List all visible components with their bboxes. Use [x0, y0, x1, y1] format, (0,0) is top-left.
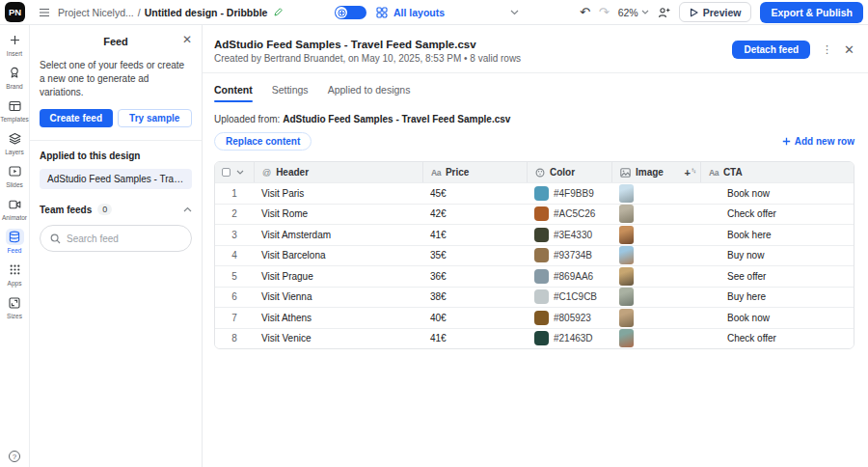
sidebar-item-insert[interactable]: Insert [0, 32, 29, 57]
row-header-cell[interactable]: Visit Venice [254, 333, 422, 343]
sidebar-item-templates[interactable]: Templates [0, 97, 29, 123]
image-thumbnail [619, 205, 634, 223]
table-row[interactable]: 6 Visit Vienna 38€ #C1C9CB Buy here [215, 287, 854, 308]
row-image-cell[interactable] [611, 226, 700, 244]
feed-panel: Feed ✕ Select one of your feeds or creat… [30, 25, 203, 467]
chevron-down-icon [510, 10, 519, 15]
select-all-checkbox[interactable] [222, 168, 231, 177]
sidebar-item-brand[interactable]: Brand [0, 65, 29, 90]
tab-settings[interactable]: Settings [272, 84, 309, 102]
row-header-cell[interactable]: Visit Athens [254, 313, 422, 323]
row-cta-cell[interactable]: Book now [719, 188, 854, 199]
hamburger-menu-icon[interactable] [39, 8, 50, 17]
row-cta-cell[interactable]: Check offer [719, 333, 854, 343]
create-feed-button[interactable]: Create feed [40, 109, 113, 127]
column-cta[interactable]: CTA [723, 167, 743, 178]
invite-user-icon[interactable] [658, 7, 670, 18]
close-icon[interactable]: ✕ [182, 34, 192, 45]
row-price-cell[interactable]: 40€ [422, 313, 527, 323]
try-sample-button[interactable]: Try sample [118, 109, 193, 127]
column-price[interactable]: Price [446, 167, 469, 178]
export-publish-button[interactable]: Export & Publish [760, 2, 863, 23]
rename-edit-icon[interactable] [273, 7, 284, 17]
row-color-cell[interactable]: #4F9BB9 [527, 186, 611, 201]
app-logo[interactable]: PN [5, 2, 25, 22]
detach-feed-button[interactable]: Detach feed [732, 41, 810, 59]
row-color-cell[interactable]: #21463D [527, 331, 611, 345]
row-price-cell[interactable]: 38€ [422, 291, 527, 302]
table-row[interactable]: 3 Visit Amsterdam 41€ #3E4330 Book here [215, 224, 854, 245]
feed-detail-view: AdStudio Feed Samples - Travel Feed Samp… [203, 25, 868, 467]
sidebar-item-sizes[interactable]: Sizes [0, 294, 29, 319]
sidebar-item-apps[interactable]: Apps [0, 261, 29, 287]
applied-feed-item[interactable]: AdStudio Feed Samples - Travel F... [40, 169, 192, 189]
layout-view-toggle[interactable] [335, 6, 366, 19]
undo-icon[interactable]: ↶ [580, 6, 590, 18]
row-image-cell[interactable] [611, 246, 700, 264]
sidebar-item-feed[interactable]: Feed [0, 229, 29, 254]
row-header-cell[interactable]: Visit Amsterdam [254, 230, 422, 240]
row-price-cell[interactable]: 45€ [422, 188, 527, 199]
row-color-cell[interactable]: #869AA6 [527, 269, 611, 284]
row-price-cell[interactable]: 42€ [422, 208, 527, 219]
add-new-row-button[interactable]: Add new row [782, 136, 854, 147]
zoom-level-dropdown[interactable]: 62% [618, 7, 649, 18]
table-row[interactable]: 4 Visit Barcelona 35€ #93734B Buy now [215, 245, 854, 266]
row-cta-cell[interactable]: Buy here [719, 291, 854, 302]
row-price-cell[interactable]: 35€ [422, 250, 527, 261]
breadcrumb-design-name[interactable]: Untitled design - Dribbble [145, 7, 268, 18]
row-image-cell[interactable] [611, 205, 700, 223]
more-options-icon[interactable]: ⋮ [822, 44, 832, 55]
row-color-cell[interactable]: #AC5C26 [527, 206, 611, 221]
row-cta-cell[interactable]: Buy now [719, 250, 854, 261]
row-cta-cell[interactable]: Book here [719, 230, 854, 240]
table-row[interactable]: 2 Visit Rome 42€ #AC5C26 Check offer [215, 204, 854, 225]
row-header-cell[interactable]: Visit Barcelona [254, 250, 422, 261]
row-image-cell[interactable] [611, 267, 700, 286]
column-header[interactable]: Header [276, 167, 309, 178]
row-color-cell[interactable]: #3E4330 [527, 228, 611, 242]
sidebar-item-layers[interactable]: Layers [0, 130, 29, 155]
replace-content-button[interactable]: Replace content [214, 132, 312, 151]
tab-applied-to-designs[interactable]: Applied to designs [328, 84, 411, 102]
chevron-up-icon[interactable] [183, 206, 192, 212]
table-row[interactable]: 5 Visit Prague 36€ #869AA6 See offer [215, 265, 854, 287]
row-image-cell[interactable] [611, 329, 700, 347]
help-icon[interactable]: ? [9, 451, 20, 462]
close-icon[interactable]: ✕ [844, 43, 854, 56]
zoom-level-value: 62% [618, 7, 638, 18]
search-feed-input[interactable] [67, 234, 181, 244]
row-header-cell[interactable]: Visit Paris [254, 188, 422, 199]
sidebar-item-slides[interactable]: Slides [0, 163, 29, 188]
row-image-cell[interactable] [611, 184, 700, 203]
row-number: 8 [215, 333, 254, 343]
row-header-cell[interactable]: Visit Vienna [254, 291, 422, 302]
row-color-cell[interactable]: #93734B [527, 248, 611, 262]
sidebar-item-animator[interactable]: Animator [0, 196, 29, 221]
row-header-cell[interactable]: Visit Rome [254, 208, 422, 219]
chevron-down-icon[interactable] [236, 170, 244, 175]
column-image[interactable]: Image [636, 167, 664, 178]
row-image-cell[interactable] [611, 288, 700, 306]
all-layouts-dropdown[interactable]: All layouts [376, 7, 519, 18]
row-cta-cell[interactable]: Book now [719, 313, 854, 323]
table-row[interactable]: 7 Visit Athens 40€ #805923 Book now [215, 307, 854, 328]
table-row[interactable]: 8 Visit Venice 41€ #21463D Check offer [215, 328, 854, 349]
add-column-button[interactable]: +⠳ [684, 167, 696, 179]
preview-button[interactable]: Preview [679, 2, 752, 22]
row-header-cell[interactable]: Visit Prague [254, 271, 422, 282]
breadcrumb-project[interactable]: Project Nicelyd... [58, 7, 134, 18]
column-color[interactable]: Color [550, 167, 575, 178]
table-row[interactable]: 1 Visit Paris 45€ #4F9BB9 Book now [215, 182, 854, 204]
row-image-cell[interactable] [611, 309, 700, 327]
row-color-cell[interactable]: #805923 [527, 311, 611, 325]
row-price-cell[interactable]: 41€ [422, 333, 527, 343]
row-color-cell[interactable]: #C1C9CB [527, 289, 611, 304]
redo-icon[interactable]: ↷ [599, 6, 610, 18]
search-feed-field[interactable] [40, 225, 192, 252]
tab-content[interactable]: Content [214, 84, 253, 102]
row-cta-cell[interactable]: See offer [719, 271, 854, 282]
row-price-cell[interactable]: 36€ [422, 271, 527, 282]
row-price-cell[interactable]: 41€ [422, 230, 527, 240]
row-cta-cell[interactable]: Check offer [719, 208, 854, 219]
